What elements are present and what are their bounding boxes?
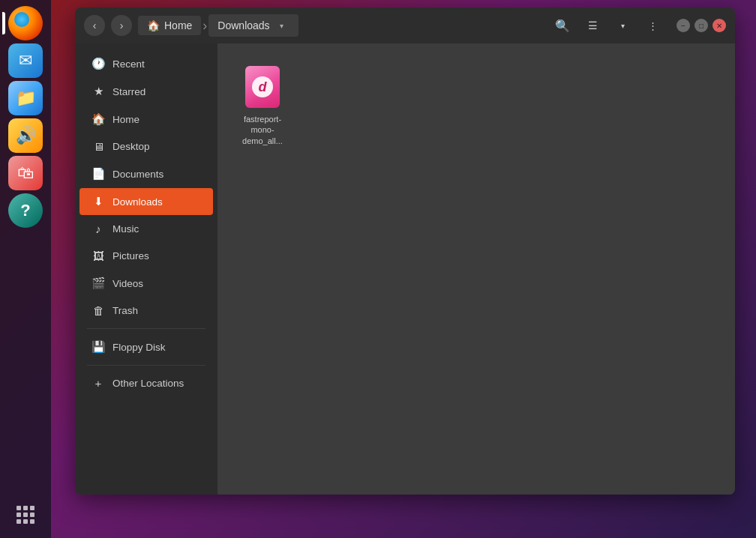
sidebar-label-starred: Starred (112, 86, 146, 97)
sidebar-item-other-locations[interactable]: + Other Locations (80, 370, 213, 396)
sidebar-item-home[interactable]: 🏠 Home (80, 106, 213, 133)
apps-grid-icon (16, 506, 34, 524)
breadcrumb: 🏠 Home › Downloads ▾ (138, 14, 338, 37)
help-icon: ? (8, 193, 43, 228)
sidebar-divider-2 (87, 365, 206, 366)
debian-logo: d (252, 76, 273, 97)
sidebar-label-videos: Videos (112, 278, 143, 289)
view-options-icon: ▾ (621, 22, 625, 30)
titlebar: ‹ › 🏠 Home › Downloads ▾ 🔍 ☰ ▾ (75, 7, 735, 43)
sidebar-label-music: Music (112, 223, 139, 235)
breadcrumb-home-label: Home (164, 19, 192, 31)
content-area: 🕐 Recent ★ Starred 🏠 Home 🖥 Desktop 📄 Do… (75, 43, 735, 495)
taskbar: ✉ 📁 🔊 🛍 ? (0, 0, 51, 538)
taskbar-icon-rhythmbox[interactable]: 🔊 (8, 118, 43, 153)
close-icon: ✕ (716, 22, 722, 30)
other-locations-icon: + (92, 377, 105, 390)
file-item-fastreport[interactable]: d fastreport-mono-demo_all... (232, 58, 292, 152)
forward-button[interactable]: › (111, 15, 132, 36)
maximize-button[interactable]: □ (694, 19, 708, 32)
sidebar-item-trash[interactable]: 🗑 Trash (80, 297, 213, 324)
close-button[interactable]: ✕ (712, 19, 726, 32)
search-icon: 🔍 (555, 19, 570, 33)
sidebar-label-recent: Recent (112, 58, 145, 70)
show-applications-button[interactable] (8, 498, 43, 532)
sidebar-item-videos[interactable]: 🎬 Videos (80, 270, 213, 297)
menu-icon: ⋮ (648, 20, 658, 31)
file-label-fastreport: fastreport-mono-demo_all... (236, 114, 290, 146)
search-button[interactable]: 🔍 (550, 13, 574, 37)
sidebar-label-desktop: Desktop (112, 141, 150, 152)
pictures-icon: 🖼 (92, 250, 105, 262)
sidebar-label-pictures: Pictures (112, 250, 149, 262)
sidebar-item-recent[interactable]: 🕐 Recent (80, 50, 213, 77)
breadcrumb-downloads[interactable]: Downloads ▾ (208, 14, 298, 37)
taskbar-icon-thunderbird[interactable]: ✉ (8, 43, 43, 78)
sidebar-label-other: Other Locations (112, 378, 184, 389)
maximize-icon: □ (699, 22, 704, 30)
breadcrumb-dropdown-icon[interactable]: ▾ (274, 18, 290, 33)
view-options-button[interactable]: ▾ (610, 13, 634, 37)
sidebar-label-downloads: Downloads (112, 196, 163, 208)
list-view-button[interactable]: ☰ (580, 13, 604, 37)
sidebar-item-downloads[interactable]: ⬇ Downloads (80, 188, 213, 215)
rhythmbox-icon: 🔊 (8, 118, 43, 153)
floppy-icon: 💾 (92, 340, 105, 354)
starred-icon: ★ (92, 85, 105, 98)
taskbar-icon-help[interactable]: ? (8, 193, 43, 228)
sidebar-item-floppy[interactable]: 💾 Floppy Disk (80, 333, 213, 360)
files-icon: 📁 (8, 81, 43, 115)
list-view-icon: ☰ (588, 19, 598, 31)
breadcrumb-home[interactable]: 🏠 Home (138, 16, 201, 35)
deb-package-icon: d (245, 66, 280, 108)
taskbar-icon-files[interactable]: 📁 (8, 81, 43, 115)
recent-icon: 🕐 (92, 57, 105, 70)
taskbar-icon-appstore[interactable]: 🛍 (8, 156, 43, 190)
home-sidebar-icon: 🏠 (92, 112, 105, 126)
files-area: d fastreport-mono-demo_all... (218, 43, 735, 495)
thunderbird-icon: ✉ (8, 43, 43, 78)
file-icon-deb: d (244, 64, 280, 109)
appstore-icon: 🛍 (8, 156, 43, 190)
trash-icon: 🗑 (92, 304, 105, 317)
window-controls: − □ ✕ (676, 19, 726, 32)
music-icon: ♪ (92, 223, 105, 235)
titlebar-actions: 🔍 ☰ ▾ ⋮ (550, 13, 664, 37)
downloads-icon: ⬇ (92, 195, 105, 208)
taskbar-icon-firefox[interactable] (8, 6, 43, 40)
sidebar-item-starred[interactable]: ★ Starred (80, 78, 213, 105)
sidebar-label-documents: Documents (112, 169, 164, 180)
sidebar-item-desktop[interactable]: 🖥 Desktop (80, 133, 213, 160)
menu-button[interactable]: ⋮ (640, 13, 664, 37)
sidebar-label-floppy: Floppy Disk (112, 342, 166, 353)
sidebar-item-music[interactable]: ♪ Music (80, 216, 213, 242)
minimize-icon: − (681, 22, 686, 30)
sidebar-label-trash: Trash (112, 305, 138, 316)
documents-icon: 📄 (92, 167, 105, 181)
firefox-icon (8, 6, 43, 40)
file-manager-window: ‹ › 🏠 Home › Downloads ▾ 🔍 ☰ ▾ (75, 7, 735, 495)
desktop-icon: 🖥 (92, 140, 105, 153)
sidebar-item-pictures[interactable]: 🖼 Pictures (80, 243, 213, 269)
sidebar-item-documents[interactable]: 📄 Documents (80, 160, 213, 187)
sidebar-divider (87, 328, 206, 329)
sidebar: 🕐 Recent ★ Starred 🏠 Home 🖥 Desktop 📄 Do… (75, 43, 218, 495)
back-button[interactable]: ‹ (84, 15, 105, 36)
home-icon: 🏠 (147, 19, 160, 31)
sidebar-label-home: Home (112, 114, 140, 125)
videos-icon: 🎬 (92, 276, 105, 290)
breadcrumb-separator: › (202, 18, 207, 34)
minimize-button[interactable]: − (676, 19, 690, 32)
breadcrumb-downloads-label: Downloads (218, 19, 269, 31)
